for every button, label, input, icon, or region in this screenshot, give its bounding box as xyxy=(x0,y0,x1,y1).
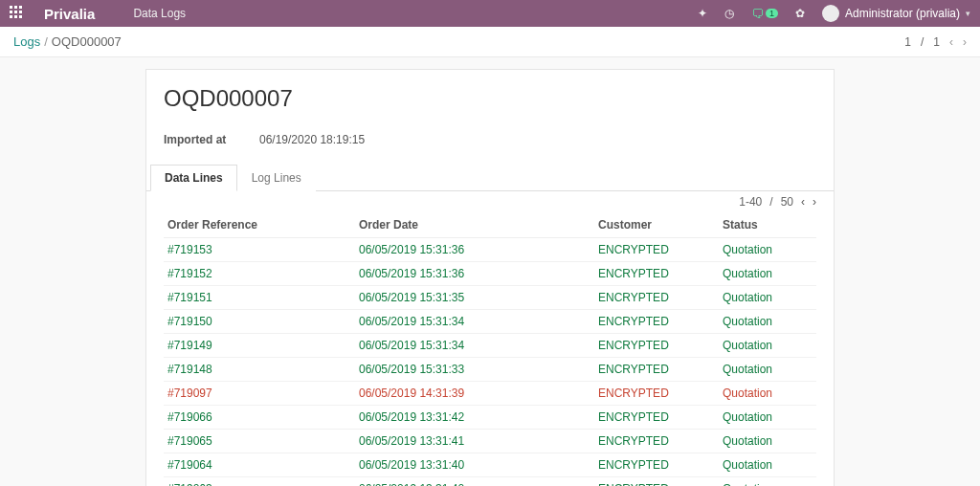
cell-status: Quotation xyxy=(719,334,816,358)
menu-data-logs[interactable]: Data Logs xyxy=(133,7,186,20)
pager-sep: / xyxy=(921,35,924,49)
cell-status: Quotation xyxy=(719,382,816,406)
cell-status: Quotation xyxy=(719,238,816,262)
cell-date: 06/05/2019 13:31:40 xyxy=(355,453,594,477)
cell-cust: ENCRYPTED xyxy=(594,477,719,487)
svg-rect-1 xyxy=(14,6,17,9)
cell-ref: #719149 xyxy=(164,334,355,358)
cell-cust: ENCRYPTED xyxy=(594,382,719,406)
svg-rect-4 xyxy=(14,11,17,13)
user-menu[interactable]: Administrator (privalia) ▾ xyxy=(822,5,970,22)
cell-ref: #719097 xyxy=(164,382,355,406)
svg-rect-6 xyxy=(10,15,12,18)
notebook-tabs: Data Lines Log Lines xyxy=(146,164,834,191)
avatar xyxy=(822,5,839,22)
star-icon[interactable]: ✦ xyxy=(698,7,707,20)
user-name: Administrator (privalia) xyxy=(845,7,960,20)
tab-data-lines[interactable]: Data Lines xyxy=(150,165,237,191)
table-next-icon[interactable]: › xyxy=(813,195,816,209)
cell-status: Quotation xyxy=(719,430,816,453)
nav-left: Privalia Data Logs xyxy=(10,6,186,22)
cell-cust: ENCRYPTED xyxy=(594,310,719,334)
cell-date: 06/05/2019 15:31:33 xyxy=(355,358,594,382)
tab-log-lines[interactable]: Log Lines xyxy=(237,165,316,191)
cell-cust: ENCRYPTED xyxy=(594,262,719,286)
table-row[interactable]: #71906506/05/2019 13:31:41ENCRYPTEDQuota… xyxy=(164,430,816,453)
cell-ref: #719063 xyxy=(164,477,355,487)
cell-date: 06/05/2019 15:31:34 xyxy=(355,310,594,334)
cell-cust: ENCRYPTED xyxy=(594,238,719,262)
cell-ref: #719148 xyxy=(164,358,355,382)
gift-icon[interactable]: ✿ xyxy=(795,7,805,20)
svg-rect-2 xyxy=(19,6,22,9)
cell-status: Quotation xyxy=(719,358,816,382)
table-row[interactable]: #71906406/05/2019 13:31:40ENCRYPTEDQuota… xyxy=(164,453,816,477)
table-row[interactable]: #71915006/05/2019 15:31:34ENCRYPTEDQuota… xyxy=(164,310,816,334)
cell-date: 06/05/2019 15:31:34 xyxy=(355,334,594,358)
svg-rect-3 xyxy=(10,11,12,13)
col-order-reference[interactable]: Order Reference xyxy=(164,212,355,238)
cell-date: 06/05/2019 15:31:36 xyxy=(355,238,594,262)
table-header-row: Order Reference Order Date Customer Stat… xyxy=(164,212,816,238)
col-order-date[interactable]: Order Date xyxy=(355,212,594,238)
cell-date: 06/05/2019 13:31:40 xyxy=(355,477,594,487)
table-pager-range[interactable]: 1-40 xyxy=(739,195,762,209)
table-row[interactable]: #71915106/05/2019 15:31:35ENCRYPTEDQuota… xyxy=(164,286,816,310)
breadcrumb-current: OQD000007 xyxy=(52,34,122,49)
cell-ref: #719151 xyxy=(164,286,355,310)
cell-ref: #719152 xyxy=(164,262,355,286)
table-prev-icon[interactable]: ‹ xyxy=(801,195,805,209)
col-status[interactable]: Status xyxy=(719,212,816,238)
clock-icon[interactable]: ◷ xyxy=(724,7,734,20)
table-row[interactable]: #71909706/05/2019 14:31:39ENCRYPTEDQuota… xyxy=(164,382,816,406)
cell-ref: #719153 xyxy=(164,238,355,262)
svg-rect-8 xyxy=(19,15,22,18)
cell-cust: ENCRYPTED xyxy=(594,430,719,453)
table-row[interactable]: #71906606/05/2019 13:31:42ENCRYPTEDQuota… xyxy=(164,406,816,430)
table-pager-total: 50 xyxy=(781,195,793,209)
cell-date: 06/05/2019 14:31:39 xyxy=(355,382,594,406)
imported-at-label: Imported at xyxy=(164,133,259,146)
cell-status: Quotation xyxy=(719,262,816,286)
table-row[interactable]: #71914906/05/2019 15:31:34ENCRYPTEDQuota… xyxy=(164,334,816,358)
apps-icon[interactable] xyxy=(10,6,23,22)
imported-at-row: Imported at 06/19/2020 18:19:15 xyxy=(164,133,816,146)
cell-cust: ENCRYPTED xyxy=(594,334,719,358)
cell-status: Quotation xyxy=(719,406,816,430)
table-row[interactable]: #71915206/05/2019 15:31:36ENCRYPTEDQuota… xyxy=(164,262,816,286)
chat-icon[interactable]: 🗨1 xyxy=(751,7,778,21)
imported-at-value: 06/19/2020 18:19:15 xyxy=(259,133,365,146)
table-body: #71915306/05/2019 15:31:36ENCRYPTEDQuota… xyxy=(164,238,816,487)
cell-date: 06/05/2019 13:31:42 xyxy=(355,406,594,430)
cell-status: Quotation xyxy=(719,286,816,310)
cell-date: 06/05/2019 15:31:35 xyxy=(355,286,594,310)
brand[interactable]: Privalia xyxy=(44,6,95,22)
table-row[interactable]: #71915306/05/2019 15:31:36ENCRYPTEDQuota… xyxy=(164,238,816,262)
table-row[interactable]: #71914806/05/2019 15:31:33ENCRYPTEDQuota… xyxy=(164,358,816,382)
cell-cust: ENCRYPTED xyxy=(594,453,719,477)
pager-value[interactable]: 1 xyxy=(904,35,911,49)
record-pager: 1 / 1 ‹ › xyxy=(904,35,967,49)
chat-badge: 1 xyxy=(766,9,778,18)
sheet-wrap: OQD000007 Imported at 06/19/2020 18:19:1… xyxy=(0,57,980,486)
table-pager-sep: / xyxy=(769,195,772,209)
svg-rect-0 xyxy=(10,6,12,9)
cell-status: Quotation xyxy=(719,310,816,334)
col-customer[interactable]: Customer xyxy=(594,212,719,238)
cell-ref: #719150 xyxy=(164,310,355,334)
data-lines-table: Order Reference Order Date Customer Stat… xyxy=(164,212,816,486)
form-sheet: OQD000007 Imported at 06/19/2020 18:19:1… xyxy=(145,69,835,486)
pager-next-icon[interactable]: › xyxy=(963,35,967,49)
cell-cust: ENCRYPTED xyxy=(594,286,719,310)
breadcrumb-root[interactable]: Logs xyxy=(13,34,40,49)
cell-date: 06/05/2019 13:31:41 xyxy=(355,430,594,453)
cell-cust: ENCRYPTED xyxy=(594,406,719,430)
cell-date: 06/05/2019 15:31:36 xyxy=(355,262,594,286)
cell-status: Quotation xyxy=(719,453,816,477)
pager-prev-icon[interactable]: ‹ xyxy=(949,35,953,49)
cell-ref: #719065 xyxy=(164,430,355,453)
svg-rect-5 xyxy=(19,11,22,13)
table-row[interactable]: #71906306/05/2019 13:31:40ENCRYPTEDQuota… xyxy=(164,477,816,487)
cell-ref: #719064 xyxy=(164,453,355,477)
control-panel: Logs / OQD000007 1 / 1 ‹ › xyxy=(0,27,980,57)
